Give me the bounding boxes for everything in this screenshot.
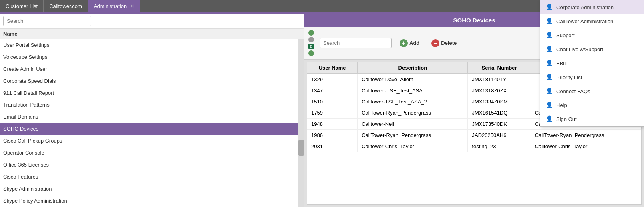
cell-description-5: CallTower-Ryan_Pendergrass [358, 130, 468, 141]
sidebar-item-0[interactable]: User Portal Settings [0, 39, 298, 51]
menu-item-label-2: Support [556, 32, 575, 38]
menu-icon-7: 👤 [546, 102, 553, 109]
tab-customer-list-label: Customer List [6, 3, 38, 9]
cell-description-3: CallTower-Ryan_Pendergrass [358, 107, 468, 119]
sidebar: Name User Portal SettingsVoicecube Setti… [0, 14, 304, 207]
dropdown-item-2[interactable]: 👤Support [540, 28, 644, 42]
cell-username-6: 2031 [307, 141, 358, 152]
content-search-input[interactable] [320, 38, 392, 48]
cell-username-2: 1510 [307, 96, 358, 107]
menu-item-label-6: Connect FAQs [556, 88, 590, 94]
sidebar-column-header: Name [0, 29, 304, 39]
tab-calltower[interactable]: Calltower.com [44, 0, 88, 12]
add-button[interactable]: + Add [396, 38, 423, 49]
menu-icon-5: 👤 [546, 74, 553, 81]
dropdown-item-1[interactable]: 👤CallTower Administration [540, 14, 644, 28]
table-row[interactable]: 2031Calltower-Chris_Taylortesting123Call… [307, 141, 641, 152]
dropdown-menu: 👤Corporate Administration👤CallTower Admi… [540, 0, 644, 127]
sidebar-item-10[interactable]: Office 365 Licenses [0, 159, 298, 171]
dropdown-item-6[interactable]: 👤Connect FAQs [540, 84, 644, 98]
cell-extra-6: Calltower-Chris_Taylor [531, 141, 641, 152]
col-username: User Name [307, 62, 358, 74]
menu-icon-0: 👤 [546, 4, 553, 11]
menu-item-label-3: Chat Live w/Support [556, 46, 603, 52]
menu-icon-3: 👤 [546, 46, 553, 53]
menu-item-label-0: Corporate Administration [556, 4, 614, 10]
sidebar-item-7[interactable]: SOHO Devices [0, 123, 298, 135]
cell-serial-5: JAD20250AH6 [468, 130, 531, 141]
cell-serial-1: JMX1318Z0ZX [468, 85, 531, 96]
status-icon-excel: E [308, 44, 314, 49]
sidebar-item-11[interactable]: Cisco Features [0, 171, 298, 183]
sidebar-item-13[interactable]: Skype Policy Administration [0, 195, 298, 207]
cell-extra-5: CallTower-Ryan_Pendergrass [531, 130, 641, 141]
add-icon: + [400, 39, 408, 47]
sidebar-item-5[interactable]: Translation Patterns [0, 99, 298, 111]
tab-customer-list[interactable]: Customer List [0, 0, 44, 12]
col-description: Description [358, 62, 468, 74]
table-row[interactable]: 1986CallTower-Ryan_PendergrassJAD20250AH… [307, 130, 641, 141]
sidebar-scrollbar[interactable] [298, 39, 304, 207]
cell-username-1: 1347 [307, 85, 358, 96]
sidebar-item-6[interactable]: Email Domains [0, 111, 298, 123]
cell-username-4: 1948 [307, 119, 358, 130]
cell-description-2: Calltower-TSE_Test_ASA_2 [358, 96, 468, 107]
tab-administration-label: Administration [94, 3, 127, 9]
cell-description-0: Calltower-Dave_Allem [358, 74, 468, 85]
dropdown-item-7[interactable]: 👤Help [540, 98, 644, 112]
sidebar-item-8[interactable]: Cisco Call Pickup Groups [0, 135, 298, 147]
delete-label: Delete [441, 40, 457, 46]
sidebar-item-4[interactable]: 911 Call Detail Report [0, 87, 298, 99]
menu-icon-6: 👤 [546, 88, 553, 95]
sidebar-scrollbar-thumb[interactable] [298, 140, 304, 156]
cell-serial-3: JMX161541DQ [468, 107, 531, 119]
menu-item-label-7: Help [556, 102, 567, 108]
sidebar-item-9[interactable]: Operator Console [0, 147, 298, 159]
add-label: Add [409, 40, 419, 46]
close-icon[interactable]: ✕ [131, 4, 134, 9]
sidebar-item-12[interactable]: Skype Administration [0, 183, 298, 195]
tab-calltower-label: Calltower.com [49, 3, 82, 9]
sidebar-item-1[interactable]: Voicecube Settings [0, 51, 298, 63]
menu-icon-1: 👤 [546, 18, 553, 25]
dropdown-item-0[interactable]: 👤Corporate Administration [540, 0, 644, 14]
menu-icon-2: 👤 [546, 32, 553, 39]
cell-username-5: 1986 [307, 130, 358, 141]
delete-button[interactable]: – Delete [427, 38, 461, 49]
cell-description-6: Calltower-Chris_Taylor [358, 141, 468, 152]
sidebar-item-2[interactable]: Create Admin User [0, 63, 298, 75]
cell-description-4: Calltower-Neil [358, 119, 468, 130]
dropdown-item-3[interactable]: 👤Chat Live w/Support [540, 42, 644, 56]
dropdown-item-8[interactable]: 👤Sign Out [540, 112, 644, 126]
sidebar-item-3[interactable]: Corporate Speed Dials [0, 75, 298, 87]
menu-item-label-8: Sign Out [556, 116, 577, 122]
menu-item-label-5: Priority List [556, 74, 582, 80]
menu-icon-8: 👤 [546, 115, 553, 123]
cell-username-0: 1329 [307, 74, 358, 85]
menu-item-label-1: CallTower Administration [556, 18, 613, 24]
dropdown-item-5[interactable]: 👤Priority List [540, 70, 644, 84]
main-layout: Name User Portal SettingsVoicecube Setti… [0, 14, 644, 207]
sidebar-search-input[interactable] [3, 16, 91, 26]
menu-item-label-4: EBill [556, 60, 567, 66]
cell-username-3: 1759 [307, 107, 358, 119]
cell-description-1: Calltower -TSE_Test_ASA [358, 85, 468, 96]
dropdown-item-4[interactable]: 👤EBill [540, 56, 644, 70]
menu-icon-4: 👤 [546, 60, 553, 67]
col-serial: Serial Number [468, 62, 531, 74]
cell-serial-0: JMX181140TY [468, 74, 531, 85]
cell-serial-4: JMX173540DK [468, 119, 531, 130]
status-icon-green [308, 30, 314, 36]
cell-serial-2: JMX1334Z0SM [468, 96, 531, 107]
cell-serial-6: testing123 [468, 141, 531, 152]
sidebar-list: User Portal SettingsVoicecube SettingsCr… [0, 39, 298, 207]
tab-administration[interactable]: Administration ✕ [88, 0, 140, 12]
sidebar-search-area [0, 14, 304, 29]
status-icon-green2 [308, 50, 314, 56]
delete-icon: – [431, 39, 439, 47]
status-icon-gray [308, 37, 314, 42]
